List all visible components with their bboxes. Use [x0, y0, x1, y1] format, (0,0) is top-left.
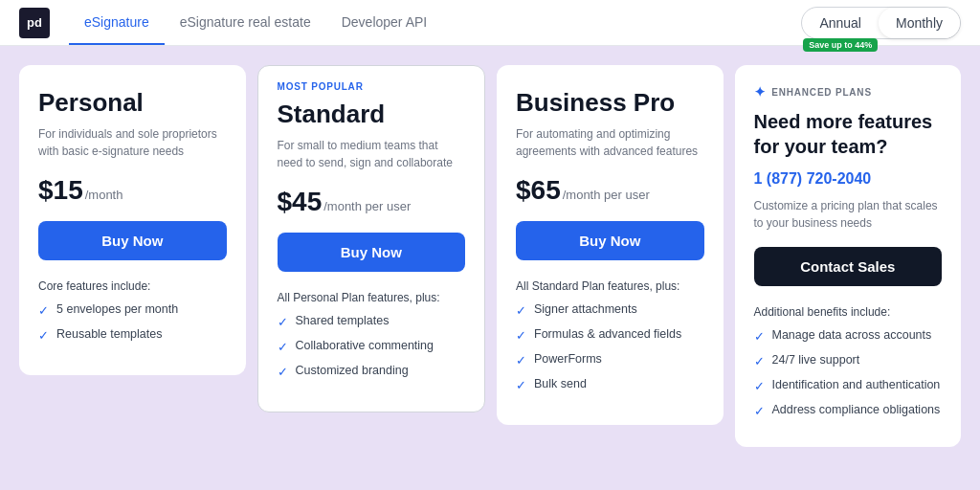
contact-sales-button[interactable]: Contact Sales	[754, 247, 943, 286]
business-pro-price-period: /month per user	[563, 188, 650, 202]
tab-esignature-realestate[interactable]: eSignature real estate	[165, 1, 326, 45]
list-item: ✓ Collaborative commenting	[278, 339, 466, 354]
business-pro-price-row: $65 /month per user	[516, 175, 704, 206]
personal-plan-name: Personal	[38, 88, 227, 118]
personal-plan-card: Personal For individuals and sole propri…	[19, 65, 246, 375]
list-item: ✓ 5 envelopes per month	[38, 302, 227, 318]
plans-container: Personal For individuals and sole propri…	[0, 46, 980, 490]
check-icon: ✓	[516, 378, 526, 392]
business-pro-plan-desc: For automating and optimizing agreements…	[516, 125, 704, 160]
check-icon: ✓	[754, 404, 765, 418]
annual-toggle-btn[interactable]: Annual Save up to 44%	[802, 8, 879, 38]
list-item: ✓ Reusable templates	[38, 327, 227, 343]
top-bar: pd eSignature eSignature real estate Dev…	[0, 0, 980, 46]
save-badge: Save up to 44%	[803, 38, 878, 52]
standard-price-period: /month per user	[323, 199, 411, 213]
tab-developer-api[interactable]: Developer API	[326, 1, 443, 45]
enhanced-features-title: Additional benefits include:	[754, 305, 943, 319]
check-icon: ✓	[516, 353, 526, 368]
billing-toggle: Annual Save up to 44% Monthly	[801, 7, 961, 39]
logo-mark: pd	[19, 8, 50, 38]
check-icon: ✓	[278, 340, 288, 354]
business-pro-features-title: All Standard Plan features, plus:	[516, 279, 704, 293]
standard-features-title: All Personal Plan features, plus:	[278, 291, 466, 304]
list-item: ✓ Customized branding	[278, 364, 466, 379]
enhanced-description: Customize a pricing plan that scales to …	[754, 197, 943, 232]
enhanced-title: Need more features for your team?	[754, 109, 943, 159]
enhanced-plan-card: ✦ ENHANCED PLANS Need more features for …	[735, 65, 962, 447]
check-icon: ✓	[754, 379, 765, 393]
dots-icon: ✦	[754, 84, 767, 100]
personal-features-title: Core features include:	[38, 279, 227, 293]
list-item: ✓ Formulas & advanced fields	[516, 327, 704, 343]
check-icon: ✓	[516, 328, 526, 343]
check-icon: ✓	[38, 303, 49, 318]
business-pro-plan-name: Business Pro	[516, 88, 704, 118]
most-popular-label: MOST POPULAR	[278, 81, 466, 92]
check-icon: ✓	[754, 329, 765, 344]
personal-price-row: $15 /month	[38, 175, 227, 206]
list-item: ✓ Identification and authentication	[754, 378, 943, 393]
check-icon: ✓	[754, 354, 765, 368]
list-item: ✓ Bulk send	[516, 377, 704, 392]
business-pro-plan-card: Business Pro For automating and optimizi…	[497, 65, 724, 425]
list-item: ✓ Signer attachments	[516, 302, 704, 318]
list-item: ✓ Address compliance obligations	[754, 403, 943, 418]
enhanced-phone[interactable]: 1 (877) 720-2040	[754, 170, 943, 188]
list-item: ✓ PowerForms	[516, 352, 704, 368]
standard-plan-desc: For small to medium teams that need to s…	[278, 137, 466, 171]
nav-tabs: eSignature eSignature real estate Develo…	[69, 1, 801, 45]
standard-plan-card: MOST POPULAR Standard For small to mediu…	[257, 65, 486, 412]
business-pro-price-amount: $65	[516, 175, 561, 206]
tab-esignature[interactable]: eSignature	[69, 1, 165, 45]
personal-price-amount: $15	[38, 175, 83, 206]
list-item: ✓ 24/7 live support	[754, 353, 943, 368]
personal-price-period: /month	[85, 188, 123, 202]
personal-plan-desc: For individuals and sole proprietors wit…	[38, 125, 227, 160]
personal-buy-button[interactable]: Buy Now	[38, 221, 227, 260]
check-icon: ✓	[278, 365, 288, 379]
business-pro-buy-button[interactable]: Buy Now	[516, 221, 704, 260]
list-item: ✓ Manage data across accounts	[754, 328, 943, 344]
list-item: ✓ Shared templates	[278, 314, 466, 329]
standard-price-amount: $45	[278, 187, 323, 217]
standard-plan-name: Standard	[278, 100, 466, 129]
standard-buy-button[interactable]: Buy Now	[278, 233, 466, 272]
monthly-toggle-btn[interactable]: Monthly	[879, 8, 960, 38]
check-icon: ✓	[516, 303, 526, 318]
check-icon: ✓	[278, 315, 288, 329]
enhanced-header: ✦ ENHANCED PLANS	[754, 84, 943, 100]
check-icon: ✓	[38, 328, 49, 343]
standard-price-row: $45 /month per user	[278, 187, 466, 217]
